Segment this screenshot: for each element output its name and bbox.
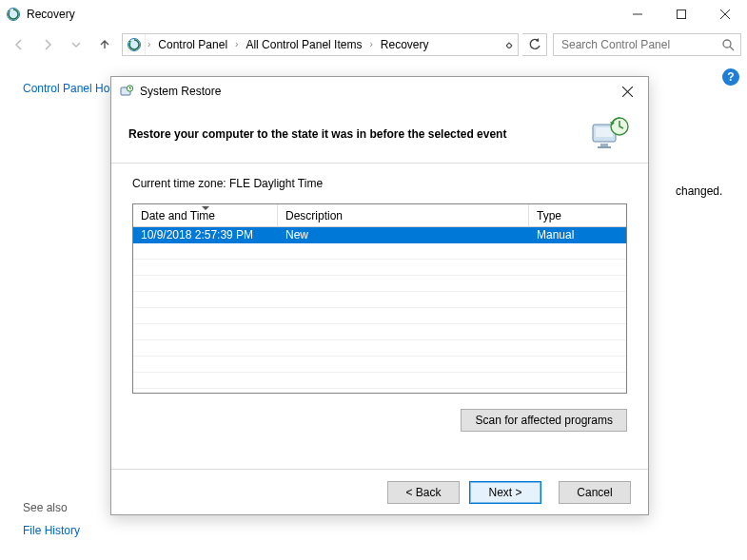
dialog-titlebar: System Restore [111, 77, 648, 106]
recent-locations-button[interactable] [63, 31, 89, 58]
restore-graphic-icon [589, 115, 631, 153]
chevron-right-icon[interactable]: › [146, 39, 152, 49]
cell-description: New [278, 227, 529, 242]
chevron-right-icon[interactable]: › [367, 39, 374, 49]
background-text-fragment: changed. [676, 184, 722, 198]
minimize-button[interactable] [616, 0, 659, 29]
search-box[interactable] [553, 33, 741, 56]
timezone-label: Current time zone: FLE Daylight Time [132, 177, 627, 190]
system-restore-dialog: System Restore Restore your computer to … [110, 76, 649, 515]
refresh-button[interactable] [522, 33, 547, 56]
table-body: 10/9/2018 2:57:39 PM New Manual [133, 227, 626, 393]
help-icon[interactable]: ? [722, 68, 739, 86]
breadcrumb-item[interactable]: Control Panel [152, 34, 233, 55]
breadcrumb-item[interactable]: Recovery [375, 34, 435, 55]
breadcrumb-item[interactable]: All Control Panel Items [240, 34, 367, 55]
back-button[interactable]: < Back [387, 481, 460, 504]
forward-button[interactable] [34, 31, 61, 58]
cell-type: Manual [529, 227, 626, 242]
window-title: Recovery [27, 8, 75, 21]
dialog-close-button[interactable] [608, 79, 646, 104]
table-row[interactable] [133, 357, 626, 373]
cancel-button[interactable]: Cancel [559, 481, 631, 504]
address-bar[interactable]: › Control Panel › All Control Panel Item… [122, 33, 519, 56]
svg-rect-2 [678, 10, 686, 19]
column-header-description[interactable]: Description [278, 204, 529, 226]
svg-rect-14 [600, 144, 608, 146]
back-button[interactable] [6, 31, 32, 58]
nav-bar: › Control Panel › All Control Panel Item… [0, 29, 747, 59]
column-header-datetime[interactable]: Date and Time [133, 204, 278, 226]
table-header: Date and Time Description Type [133, 204, 626, 227]
file-history-link[interactable]: File History [23, 524, 80, 537]
maximize-button[interactable] [659, 0, 703, 29]
svg-rect-15 [598, 146, 611, 148]
svg-rect-13 [596, 127, 613, 137]
svg-line-7 [730, 47, 734, 50]
table-row[interactable] [133, 260, 626, 276]
window-titlebar: Recovery [0, 0, 747, 29]
cell-datetime: 10/9/2018 2:57:39 PM [133, 227, 278, 242]
dialog-header: Restore your computer to the state it wa… [111, 106, 648, 163]
close-button[interactable] [703, 0, 747, 29]
system-restore-icon [119, 84, 134, 99]
up-button[interactable] [91, 31, 118, 58]
table-row[interactable] [133, 243, 626, 260]
table-row[interactable] [133, 340, 626, 357]
control-panel-home-link[interactable]: Control Panel Ho [23, 82, 109, 95]
table-row[interactable] [133, 373, 626, 389]
next-button[interactable]: Next > [469, 481, 541, 504]
svg-point-6 [723, 40, 731, 48]
dialog-title: System Restore [140, 85, 221, 98]
dialog-heading: Restore your computer to the state it wa… [128, 127, 506, 141]
search-input[interactable] [560, 37, 712, 52]
chevron-right-icon[interactable]: › [233, 39, 240, 49]
restore-points-table[interactable]: Date and Time Description Type 10/9/2018… [132, 203, 627, 394]
address-dropdown-button[interactable] [501, 34, 518, 55]
table-row[interactable] [133, 292, 626, 308]
recovery-icon [6, 7, 21, 22]
table-row[interactable] [133, 276, 626, 292]
control-panel-icon [123, 34, 146, 55]
column-header-type[interactable]: Type [529, 204, 626, 226]
dialog-footer: < Back Next > Cancel [111, 469, 648, 514]
table-row[interactable] [133, 308, 626, 324]
see-also-heading: See also [23, 501, 68, 514]
table-row[interactable]: 10/9/2018 2:57:39 PM New Manual [133, 227, 626, 243]
table-row[interactable] [133, 324, 626, 340]
search-icon[interactable] [721, 38, 735, 51]
scan-affected-programs-button[interactable]: Scan for affected programs [461, 409, 627, 432]
